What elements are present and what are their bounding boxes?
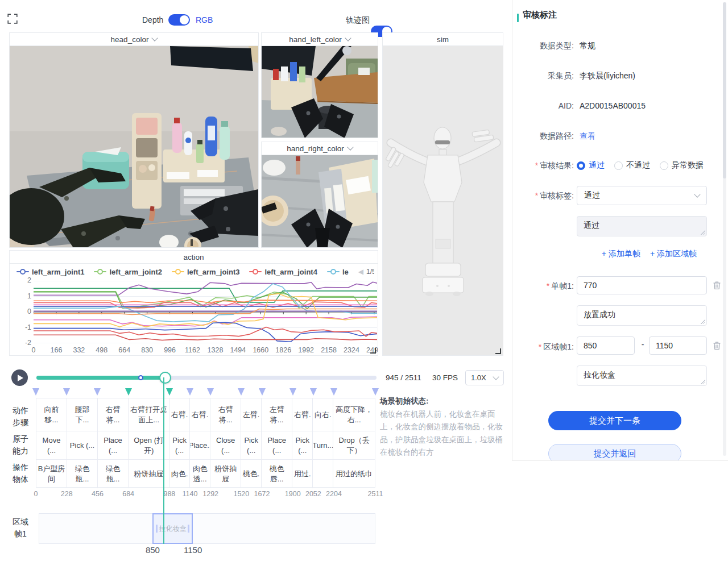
head-camera-selector[interactable]: head_color bbox=[10, 33, 258, 46]
chevron-down-icon bbox=[345, 35, 351, 41]
review-tag-comment[interactable]: 通过 bbox=[577, 216, 707, 236]
playback-slider-fill bbox=[36, 376, 164, 380]
region-start-label: 850 bbox=[146, 545, 160, 555]
legend-label: left_arm_joint1 bbox=[32, 268, 84, 276]
resize-grip-icon[interactable] bbox=[700, 319, 705, 324]
chevron-down-icon bbox=[694, 191, 700, 197]
x-tick-label: 2158 bbox=[321, 346, 337, 354]
scene-title: 场景初始状态: bbox=[380, 396, 507, 406]
legend-item[interactable]: left_arm_joint3 bbox=[172, 268, 239, 276]
table-cell: 桃色唇... bbox=[262, 460, 292, 488]
delete-single-frame-icon[interactable] bbox=[713, 281, 721, 290]
table-cell: 向右. bbox=[313, 398, 333, 431]
step-marker-triangle[interactable] bbox=[207, 388, 214, 396]
table-cell: Drop（丢下） bbox=[333, 431, 375, 460]
x-tick-label: 332 bbox=[73, 346, 85, 354]
single-frame-comment[interactable]: 放置成功 bbox=[577, 305, 707, 326]
playback-slider-handle[interactable] bbox=[159, 372, 171, 384]
playback-speed-select[interactable]: 1.0X bbox=[465, 370, 504, 385]
y-tick-label: -1 bbox=[25, 323, 31, 331]
step-marker-triangle[interactable] bbox=[330, 388, 337, 396]
action-chart-plot bbox=[34, 281, 377, 343]
resize-grip-icon[interactable] bbox=[700, 230, 705, 235]
step-marker-triangle[interactable] bbox=[32, 388, 39, 396]
row-label-objects: 操作物体 bbox=[8, 462, 33, 485]
legend-prev-icon[interactable]: ◀ bbox=[358, 268, 363, 275]
play-button[interactable] bbox=[11, 369, 28, 386]
trajectory-label: 轨迹图 bbox=[346, 15, 370, 26]
collector-label: 采集员: bbox=[512, 71, 574, 81]
table-cell: 右臂将... bbox=[210, 398, 241, 431]
fullscreen-icon[interactable] bbox=[7, 14, 18, 24]
x-tick-label: 664 bbox=[118, 346, 130, 354]
step-marker-triangle[interactable] bbox=[259, 388, 266, 396]
table-cell: 右臂. bbox=[292, 398, 313, 431]
radio-option[interactable]: 不通过 bbox=[614, 160, 650, 171]
action-chart-panel: action left_arm_joint1left_arm_joint2lef… bbox=[9, 250, 378, 356]
step-marker-triangle[interactable] bbox=[94, 388, 101, 396]
depth-rgb-toggle[interactable] bbox=[168, 14, 190, 26]
data-path-link[interactable]: 查看 bbox=[580, 131, 595, 142]
y-tick-label: 2 bbox=[27, 276, 31, 284]
step-marker-triangle[interactable] bbox=[125, 388, 132, 396]
radio-label: 通过 bbox=[589, 160, 605, 171]
submit-return-button[interactable]: 提交并返回 bbox=[548, 444, 681, 461]
hand-left-camera-image bbox=[262, 46, 378, 138]
hand-left-camera-selector[interactable]: hand_left_color bbox=[262, 33, 378, 46]
region-end-label: 1150 bbox=[184, 545, 202, 555]
steps-table: 向前移...腰部下...右臂将...右臂打开桌面上...右臂.右臂.右臂将...… bbox=[36, 398, 375, 488]
legend-item[interactable]: le bbox=[327, 268, 349, 276]
frame-axis-label: 228 bbox=[61, 490, 73, 498]
table-cell: 左臂将... bbox=[262, 398, 292, 431]
region-frame-block[interactable]: 拉化妆盒 bbox=[152, 513, 193, 544]
legend-label: left_arm_joint4 bbox=[264, 268, 317, 276]
radio-option[interactable]: 异常数据 bbox=[660, 160, 704, 171]
legend-marker-icon bbox=[94, 269, 106, 275]
review-result-label: *审核结果: bbox=[512, 161, 574, 171]
region-start-input[interactable] bbox=[577, 336, 635, 355]
delete-region-frame-icon[interactable] bbox=[713, 341, 721, 350]
region-block-left-handle[interactable] bbox=[156, 525, 158, 533]
review-tag-select[interactable]: 通过 bbox=[577, 186, 707, 205]
playhead-line bbox=[163, 377, 164, 544]
region-frame-track[interactable]: 拉化妆盒 bbox=[39, 513, 375, 544]
legend-item[interactable]: left_arm_joint2 bbox=[94, 268, 162, 276]
step-marker-triangle[interactable] bbox=[310, 388, 317, 396]
add-region-frame-link[interactable]: + 添加区域帧 bbox=[650, 249, 697, 259]
legend-label: left_arm_joint2 bbox=[109, 268, 162, 276]
x-tick-label: 1826 bbox=[275, 346, 291, 354]
x-tick-label: 1494 bbox=[230, 346, 246, 354]
sim-3d-view[interactable] bbox=[383, 46, 503, 356]
panel-accent-bar bbox=[517, 14, 519, 22]
step-marker-triangle[interactable] bbox=[187, 388, 193, 396]
region-block-right-handle[interactable] bbox=[188, 525, 189, 533]
x-tick-label: 166 bbox=[50, 346, 62, 354]
scrollbar-thumb[interactable] bbox=[723, 2, 726, 178]
range-separator: - bbox=[639, 340, 647, 349]
region-end-input[interactable] bbox=[649, 336, 707, 355]
legend-item[interactable]: left_arm_joint4 bbox=[249, 268, 317, 276]
submit-next-button[interactable]: 提交并下一条 bbox=[548, 411, 681, 430]
hand-right-camera-selector[interactable]: hand_right_color bbox=[262, 142, 378, 155]
x-tick-label: 1992 bbox=[298, 346, 314, 354]
resize-handle-icon[interactable] bbox=[370, 348, 376, 354]
radio-option[interactable]: 通过 bbox=[577, 160, 605, 171]
region-frame-comment[interactable]: 拉化妆盒 bbox=[577, 365, 707, 386]
step-marker-triangle[interactable] bbox=[372, 388, 379, 396]
resize-grip-icon[interactable] bbox=[700, 379, 705, 384]
add-single-frame-link[interactable]: + 添加单帧 bbox=[602, 249, 640, 259]
scene-description: 梳妆台在机器人前，化妆盒在桌面上，化妆盒的侧边摆放着物品，化妆品，护肤品盒垃圾在… bbox=[380, 408, 507, 459]
step-marker-triangle[interactable] bbox=[166, 388, 173, 396]
frame-axis-label: 2204 bbox=[326, 490, 342, 498]
playback-slider[interactable] bbox=[36, 376, 377, 380]
single-frame-input[interactable] bbox=[577, 276, 707, 294]
frame-counter: 945 / 2511 bbox=[386, 373, 421, 382]
step-marker-triangle[interactable] bbox=[238, 388, 245, 396]
action-chart-title: action bbox=[183, 253, 204, 261]
action-chart-header: action bbox=[10, 251, 378, 264]
rgb-label: RGB bbox=[196, 15, 213, 24]
review-result-radio-group: 通过不通过异常数据 bbox=[577, 160, 704, 171]
resize-handle-icon[interactable] bbox=[495, 348, 501, 354]
step-marker-triangle[interactable] bbox=[289, 388, 296, 396]
step-marker-triangle[interactable] bbox=[63, 388, 70, 396]
